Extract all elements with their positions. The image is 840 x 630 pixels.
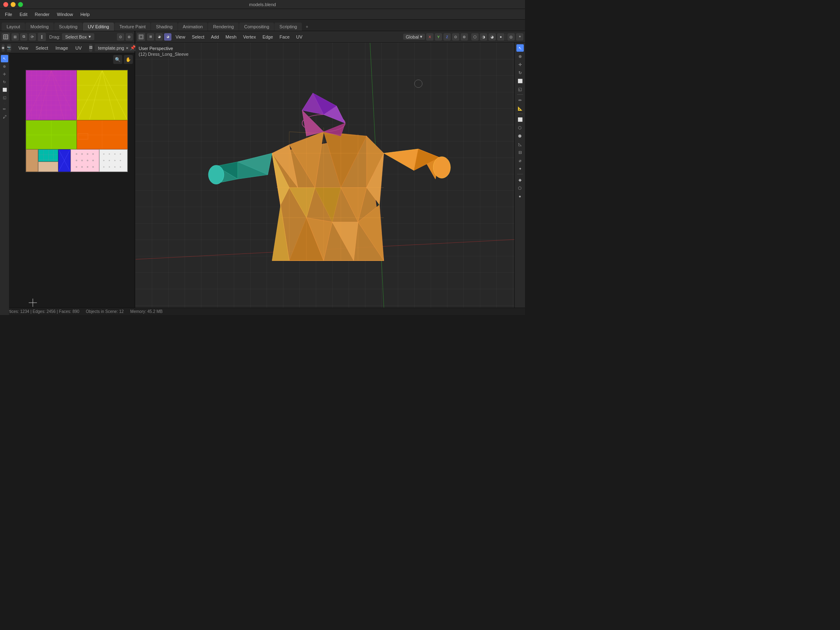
uv-menu-uv[interactable]: UV [73,45,84,51]
tab-sculpting[interactable]: Sculpting [54,23,82,31]
close-button[interactable] [3,2,8,7]
overlay-dropdown[interactable]: ◎ [507,33,515,41]
uv-content-area[interactable]: 🔍 ✋ [9,53,135,315]
uv-overlay-icon[interactable]: ◉ [2,44,5,52]
shading-wireframe[interactable]: ⬡ [471,33,479,41]
vp-editor-type[interactable] [137,33,145,41]
menu-render[interactable]: Render [32,11,53,18]
file-close-icon[interactable]: × [126,46,128,50]
vp-move-tool[interactable]: ✛ [516,61,524,68]
svg-rect-52 [140,36,142,38]
uv-menu-view[interactable]: View [16,45,31,51]
vp-overlay-toggle[interactable]: ◕ [164,33,171,41]
uv-menu-select[interactable]: Select [33,45,51,51]
tab-rendering[interactable]: Rendering [208,23,239,31]
vp-rotate-tool[interactable]: ↻ [516,69,524,76]
vp-measure-tool[interactable]: 📐 [516,105,524,112]
uv-zoom-in[interactable]: 🔍 [113,55,122,64]
vp-cursor-tool[interactable]: ⊕ [516,52,524,60]
vp-object-mode[interactable]: ⊞ [147,33,154,41]
svg-point-27 [87,153,89,155]
pin-icon[interactable]: ⧉ [20,33,27,41]
vp-menu-select[interactable]: Select [189,34,207,40]
shading-material[interactable]: ◕ [488,33,496,41]
vp-menu-face[interactable]: Face [277,34,292,40]
uv-sample-tool[interactable]: 🖍 [1,113,8,121]
vp-sphere-tool[interactable]: ● [516,192,524,200]
magnet-icon[interactable]: ⊙ [117,33,124,41]
uv-pan[interactable]: ✋ [124,55,133,64]
uv-cursor [29,299,37,307]
shading-rendered[interactable]: ● [497,33,504,41]
status-bar: Vertices: 1234 | Edges: 2456 | Faces: 89… [0,308,525,315]
viewport-overlay-info: User Perspective (12) Dress_Long_Sleeve [139,46,189,57]
proportional-icon[interactable]: ⊚ [126,33,133,41]
vp-shear-tool[interactable]: ⬡ [516,184,524,192]
svg-point-33 [76,166,78,168]
view-icon[interactable]: ⊞ [11,33,19,41]
uv-annotate-tool[interactable]: ✏ [1,105,8,113]
vp-bevel-tool[interactable]: ◺ [516,140,524,148]
tab-add[interactable]: + [302,23,311,31]
svg-point-37 [103,153,104,155]
vp-polypen-tool[interactable]: ✦ [516,165,524,172]
maximize-button[interactable] [18,2,23,7]
vp-xyz-z[interactable]: Z [443,33,451,41]
menu-file[interactable]: File [2,11,16,18]
uv-editor-type-button[interactable] [2,33,10,41]
status-objects: Objects in Scene: 12 [86,309,123,314]
shading-solid[interactable]: ◑ [480,33,487,41]
vp-cube-tool[interactable]: ⬜ [516,116,524,123]
vp-menu-vertex[interactable]: Vertex [241,34,258,40]
vp-menu-edge[interactable]: Edge [260,34,276,40]
vp-xyz-x[interactable]: X [426,33,434,41]
vp-global-dropdown[interactable]: Global ▾ [403,34,425,40]
uv-camera-icon[interactable]: 📷 [7,44,11,52]
vp-menu-add[interactable]: Add [208,34,221,40]
uv-toolbar-toggle[interactable] [38,33,46,41]
menu-help[interactable]: Help [77,11,93,18]
vp-transform-tool[interactable]: ◱ [516,85,524,93]
vp-menu-uv[interactable]: UV [294,34,305,40]
select-box-dropdown[interactable]: Select Box ▾ [62,33,94,40]
tab-scripting[interactable]: Scripting [274,23,302,31]
uv-transform-tool[interactable]: ◱ [1,94,8,101]
uv-move-tool[interactable]: ✛ [1,71,8,78]
minimize-button[interactable] [11,2,16,7]
uv-viewport[interactable]: ↖ ⊕ ✛ ↻ ⬜ ◱ ✏ 🖍 🔍 ✋ [0,53,135,315]
image-browse-icon[interactable]: 🖼 [89,44,92,52]
vp-proportional-icon[interactable]: ⊚ [461,33,468,41]
vp-viewport-shading[interactable]: ◕ [155,33,163,41]
vp-inset-tool[interactable]: ⬣ [516,132,524,139]
vp-smooth-tool[interactable]: ◆ [516,176,524,183]
vp-xyz-y[interactable]: Y [435,33,442,41]
vp-snap-icon[interactable]: ⊙ [452,33,459,41]
menu-window[interactable]: Window [54,11,76,18]
uv-select-tool[interactable]: ↖ [1,55,8,62]
sync-icon[interactable]: ⟳ [29,33,36,41]
tab-modeling[interactable]: Modeling [25,23,54,31]
vp-menu-mesh[interactable]: Mesh [223,34,239,40]
vp-select-tool[interactable]: ↖ [516,44,524,52]
tab-uv-editing[interactable]: UV Editing [83,23,114,31]
vp-annotate-tool[interactable]: ✏ [516,96,524,104]
vp-extrude-tool[interactable]: ⬡ [516,124,524,131]
uv-cursor-tool[interactable]: ⊕ [1,63,8,70]
gizmo-toggle[interactable]: ⌖ [516,33,523,41]
tab-compositing[interactable]: Compositing [239,23,274,31]
vp-loop-tool[interactable]: ⊟ [516,148,524,156]
uv-scale-tool[interactable]: ⬜ [1,86,8,94]
menu-edit[interactable]: Edit [16,11,31,18]
uv-filename[interactable]: template.png × 📌 [95,44,139,51]
tab-shading[interactable]: Shading [151,23,177,31]
tab-texture-paint[interactable]: Texture Paint [114,23,151,31]
uv-menu-image[interactable]: Image [53,45,71,51]
tab-animation[interactable]: Animation [178,23,208,31]
vp-knife-tool[interactable]: ⌀ [516,157,524,164]
uv-rotate-tool[interactable]: ↻ [1,78,8,86]
tab-layout[interactable]: Layout [2,23,25,31]
svg-point-77 [208,165,224,184]
vp-menu-view[interactable]: View [173,34,188,40]
vp-scale-tool[interactable]: ⬜ [516,77,524,84]
viewport-3d-view[interactable]: Y User Perspective (12) Dress_Long_Sleev… [135,43,525,315]
